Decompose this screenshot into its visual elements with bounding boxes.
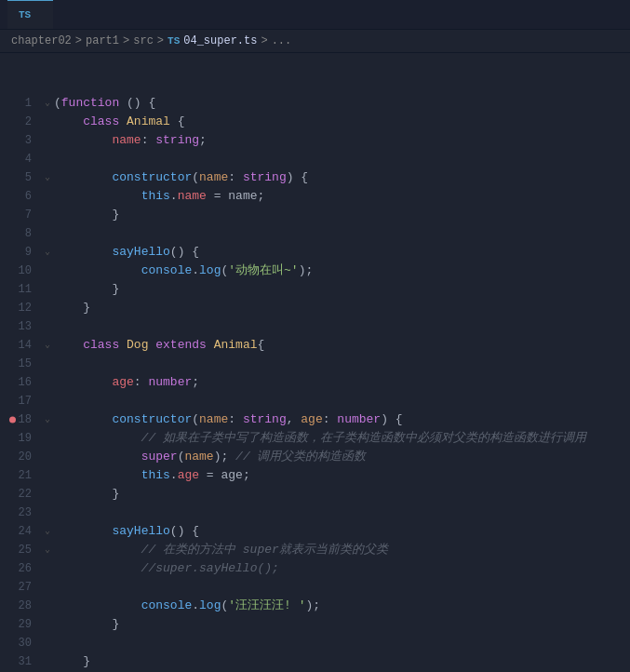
line-number: 19 [7,429,41,448]
token-param: name [199,412,228,426]
table-row: 11 } [7,280,630,299]
fold-gutter [41,150,54,168]
token-plain: , [287,412,302,426]
fold-gutter [41,280,54,299]
token-prop: age [112,375,133,389]
code-line: sayHello() { [54,522,630,541]
token-type: Animal [214,338,258,352]
table-row: 19 // 如果在子类中写了构造函数，在子类构造函数中必须对父类的构造函数进行调… [7,429,630,448]
code-line: // 如果在子类中写了构造函数，在子类构造函数中必须对父类的构造函数进行调用 [54,429,630,448]
token-plain [54,245,112,259]
file-tab[interactable]: TS [7,0,53,29]
line-number: 13 [7,317,41,336]
table-row: 5⌄ constructor(name: string) { [7,168,630,187]
line-number: 8 [7,224,41,243]
fold-gutter [41,615,54,634]
fold-gutter[interactable]: ⌄ [41,522,54,541]
token-plain: () { [119,96,155,110]
token-plain [207,338,214,352]
code-line: constructor(name: string, age: number) { [54,410,630,429]
table-row: 29 } [7,615,630,634]
token-plain [54,468,141,482]
line-number: 17 [7,392,41,410]
code-line: (function () { [54,94,630,113]
token-plain: ) { [287,170,308,184]
code-line: } [54,485,630,504]
token-plain: = [207,189,228,203]
token-cm: //super.sayHello(); [54,561,279,575]
table-row: 1⌄(function () { [7,94,630,113]
line-number: 1 [7,94,41,113]
line-number: 20 [7,448,41,466]
fold-gutter[interactable]: ⌄ [41,336,54,355]
fold-gutter[interactable]: ⌄ [41,168,54,187]
token-kw: super [141,450,178,464]
fold-gutter [41,485,54,504]
table-row: 20 super(name); // 调用父类的构造函数 [7,448,630,466]
fold-gutter[interactable]: ⌄ [41,243,54,262]
token-kw: string [155,133,199,147]
code-line: } [54,280,630,299]
table-row: 18⌄ constructor(name: string, age: numbe… [7,410,630,429]
token-plain [54,170,112,184]
code-line: // 在类的方法中 super就表示当前类的父类 [54,541,630,559]
line-number: 9 [7,243,41,262]
editor-window: TS chapter02 > part1 > src > TS 04_super… [0,0,630,669]
fold-gutter [41,466,54,485]
fold-gutter [41,299,54,317]
fold-gutter[interactable]: ⌄ [41,541,54,559]
table-row: 28 console.log('汪汪汪汪! '); [7,597,630,615]
token-cm: // 如果在子类中写了构造函数，在子类构造函数中必须对父类的构造函数进行调用 [54,431,586,445]
code-line: sayHello() { [54,243,630,262]
fold-gutter [41,597,54,615]
line-number: 31 [7,652,41,669]
fold-gutter [41,652,54,669]
token-kw: class [83,338,119,352]
line-number: 26 [7,559,41,578]
fold-gutter [41,448,54,466]
token-fn: sayHello [112,245,169,259]
code-line [54,150,630,168]
token-plain: ); [305,598,320,612]
line-number: 11 [7,280,41,299]
token-cm: // 调用父类的构造函数 [235,450,366,464]
token-plain: ( [192,170,199,184]
fold-gutter[interactable]: ⌄ [41,410,54,429]
line-number: 25 [7,541,41,559]
token-plain: } [54,282,119,296]
fold-gutter [41,206,54,224]
token-plain: } [54,301,90,315]
breadcrumb: chapter02 > part1 > src > TS 04_super.ts… [0,30,630,53]
token-plain: age [221,468,242,482]
token-plain: : [134,375,149,389]
table-row: 23 [7,504,630,522]
line-number: 4 [7,150,41,168]
table-row: 12 } [7,299,630,317]
fold-gutter[interactable]: ⌄ [41,94,54,113]
code-line: console.log('汪汪汪汪! '); [54,597,630,615]
token-console: console [141,263,193,277]
table-row: 7 } [7,206,630,224]
token-type: Animal [127,114,170,128]
token-plain: name [228,189,257,203]
table-row: 25⌄ // 在类的方法中 super就表示当前类的父类 [7,541,630,559]
token-fn: log [199,598,221,612]
token-plain: ; [243,468,250,482]
token-plain [54,338,83,352]
token-prop: name [112,133,141,147]
table-row: 30 [7,634,630,652]
token-str: '汪汪汪汪! ' [228,598,305,612]
token-fn: log [199,263,221,277]
table-row: 14⌄ class Dog extends Animal{ [7,336,630,355]
table-row: 6 this.name = name; [7,187,630,206]
code-line [54,392,630,410]
line-number: 22 [7,485,41,504]
token-param: age [301,412,322,426]
token-plain: ; [192,375,199,389]
bc-src: src [133,34,154,47]
table-row: 9⌄ sayHello() { [7,243,630,262]
line-number: 5 [7,168,41,187]
token-this-kw: this [141,189,170,203]
fold-gutter [41,373,54,392]
code-line: super(name); // 调用父类的构造函数 [54,448,630,466]
